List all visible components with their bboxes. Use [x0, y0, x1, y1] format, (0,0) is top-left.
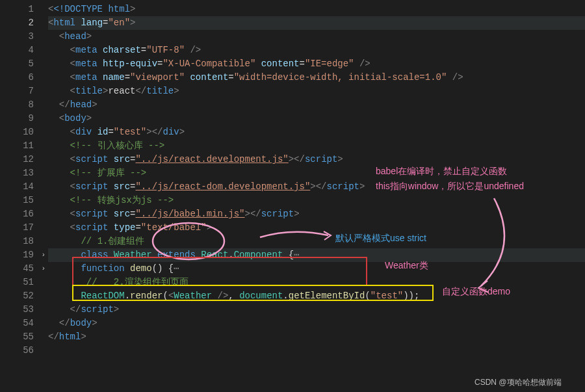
line-number: 3 — [0, 30, 39, 44]
line-number: 2 — [0, 16, 39, 30]
line-number: 4 — [0, 44, 39, 57]
line-number: 19› — [0, 248, 39, 262]
line-number: 55 — [0, 330, 39, 344]
line-number: 51 — [0, 276, 39, 289]
line-number: 53 — [0, 303, 39, 317]
line-number: 12 — [0, 153, 39, 166]
line-number: 14 — [0, 180, 39, 194]
code-area[interactable]: <<!DOCTYPE html> <html lang="en"> <head>… — [39, 0, 585, 392]
line-number: 17 — [0, 221, 39, 235]
line-number: 13 — [0, 166, 39, 180]
line-number: 16 — [0, 207, 39, 221]
line-number: 10 — [0, 125, 39, 139]
line-number: 1 — [0, 3, 39, 16]
line-number: 18 — [0, 235, 39, 248]
line-number: 11 — [0, 139, 39, 153]
line-number: 9 — [0, 112, 39, 125]
line-number: 56 — [0, 344, 39, 358]
line-gutter: 12345678910111213141516171819›45›5152535… — [0, 0, 39, 392]
line-number: 5 — [0, 57, 39, 71]
line-number: 52 — [0, 289, 39, 303]
line-number: 7 — [0, 85, 39, 98]
line-number: 15 — [0, 194, 39, 207]
line-number: 6 — [0, 71, 39, 85]
line-number: 54 — [0, 317, 39, 330]
line-number: 8 — [0, 98, 39, 112]
code-editor[interactable]: 12345678910111213141516171819›45›5152535… — [0, 0, 585, 392]
line-number: 45› — [0, 262, 39, 276]
